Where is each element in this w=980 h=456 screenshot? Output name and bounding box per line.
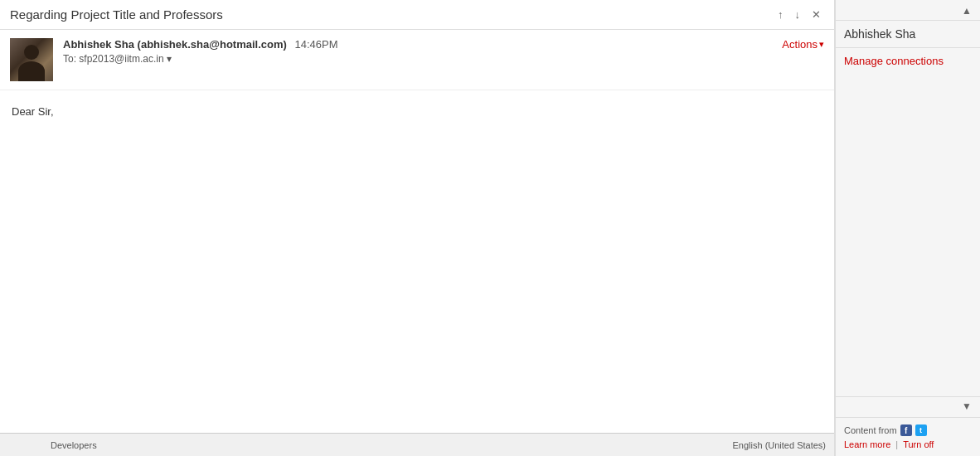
learn-more-link[interactable]: Learn more: [844, 439, 890, 449]
sidebar-footer: Content from f t Learn more | Turn off: [836, 417, 980, 456]
sidebar-scroll-top: ▲: [836, 0, 980, 21]
email-header-actions: ↑ ↓ ✕: [774, 7, 824, 22]
sidebar-title: Abhishek Sha: [844, 27, 915, 41]
footer-separator: |: [895, 439, 898, 449]
navigate-down-button[interactable]: ↓: [792, 7, 804, 22]
navigate-up-button[interactable]: ↑: [774, 7, 787, 22]
email-meta: Abhishek Sha (abhishek.sha@hotmail.com) …: [0, 30, 834, 90]
email-subject: Regarding Project Title and Professors: [10, 7, 223, 22]
status-item-developers: Developers: [44, 440, 104, 450]
to-address: sfp2013@iitm.ac.in: [79, 53, 163, 65]
email-body: Dear Sir,: [0, 90, 834, 433]
to-label: To:: [63, 53, 76, 65]
sidebar-scroll-bottom: ▼: [836, 396, 980, 417]
main-container: Regarding Project Title and Professors ↑…: [0, 0, 980, 456]
sender-name: Abhishek Sha (abhishek.sha@hotmail.com): [63, 38, 287, 51]
email-panel: Regarding Project Title and Professors ↑…: [0, 0, 835, 456]
sidebar-footer-links: Learn more | Turn off: [844, 439, 972, 449]
avatar-image: [10, 38, 53, 81]
manage-connections-link[interactable]: Manage connections: [844, 55, 944, 67]
turn-off-link[interactable]: Turn off: [903, 439, 934, 449]
sidebar-content: Manage connections: [836, 48, 980, 396]
email-header: Regarding Project Title and Professors ↑…: [0, 0, 834, 30]
sender-time: 14:46PM: [294, 38, 337, 51]
sidebar-footer-content-row: Content from f t: [844, 424, 972, 436]
sender-line: Abhishek Sha (abhishek.sha@hotmail.com) …: [63, 38, 824, 51]
to-line: To: sfp2013@iitm.ac.in ▾: [63, 53, 824, 65]
actions-button[interactable]: Actions: [782, 38, 824, 51]
status-locale: English (United States): [733, 440, 827, 450]
sidebar-scroll-down-button[interactable]: ▼: [962, 400, 972, 412]
avatar-silhouette: [10, 38, 53, 81]
sidebar-scroll-up-button[interactable]: ▲: [962, 5, 972, 17]
avatar: [10, 38, 53, 81]
facebook-icon: f: [900, 424, 912, 436]
sender-info: Abhishek Sha (abhishek.sha@hotmail.com) …: [63, 38, 824, 65]
twitter-icon: t: [915, 424, 927, 436]
to-expand-icon[interactable]: ▾: [167, 53, 172, 65]
sender-details: Abhishek Sha (abhishek.sha@hotmail.com) …: [63, 38, 338, 51]
sidebar-header: Abhishek Sha: [836, 21, 980, 48]
sidebar: ▲ Abhishek Sha Manage connections ▼ Cont…: [835, 0, 980, 456]
status-bar: Developers English (United States): [0, 433, 834, 456]
close-button[interactable]: ✕: [808, 7, 824, 22]
content-from-label: Content from: [844, 425, 897, 435]
status-bar-items: Developers: [8, 440, 104, 450]
email-greeting: Dear Sir,: [12, 104, 822, 120]
